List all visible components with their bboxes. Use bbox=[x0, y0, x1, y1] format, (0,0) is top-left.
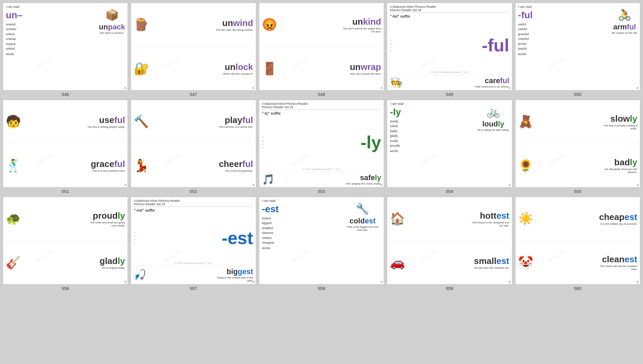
illus-bottom: 🎸 bbox=[6, 256, 21, 270]
caption-top: The boy is proudly holding a tooth. bbox=[597, 124, 637, 130]
word-display-top: proudly bbox=[93, 211, 125, 221]
word-area-bottom: cleanest The clown will ride the smalles… bbox=[597, 254, 637, 271]
illus-bottom: 🚪 bbox=[262, 62, 277, 76]
card-container-547: 🪵 unwind The two men are being unkind. 🔐… bbox=[131, 3, 256, 97]
word-prefix-title: -est bbox=[262, 204, 279, 215]
word-area-bottom: graceful This is a very cheerful man! bbox=[91, 159, 125, 172]
phonic-header: A Balanced Inline Phonics ReaderPhonics … bbox=[134, 199, 253, 207]
card-number-552: 552 bbox=[190, 189, 197, 194]
word-display-top: unwind bbox=[222, 18, 253, 28]
caption-bottom: When will she unwrap it? bbox=[223, 72, 253, 75]
word-item: smallest bbox=[262, 226, 279, 230]
word-item: cheerful bbox=[518, 37, 533, 41]
section-top: ☀️ cheapest It is the hottest day of sum… bbox=[518, 199, 637, 241]
two-section: ☀️ cheapest It is the hottest day of sum… bbox=[518, 199, 637, 282]
card-container-549: A Balanced Inline Phonics ReaderPhonics … bbox=[387, 3, 512, 97]
card-560: ☀️ cheapest It is the hottest day of sum… bbox=[515, 197, 640, 285]
corner-mark: ■ bbox=[637, 183, 639, 187]
big-suffix: -ful bbox=[482, 35, 509, 55]
card-553: A Balanced Inline Phonics ReaderPhonics … bbox=[259, 100, 384, 188]
phonics-body: ———— -ful bbox=[390, 20, 509, 71]
word-display-top: slowly bbox=[611, 114, 637, 124]
section-top: 🧒 useful The boy is feeling playful toda… bbox=[6, 102, 125, 144]
illus-bottom: 🔐 bbox=[134, 62, 149, 76]
word-item: biggest bbox=[262, 221, 279, 225]
word-item: proudly bbox=[390, 143, 403, 148]
word-area-top: cheapest It is the hottest day of summer… bbox=[599, 212, 637, 225]
illustration-top: 🚴 bbox=[618, 8, 631, 21]
word-display-top: useful bbox=[99, 115, 125, 125]
word-item: coldest bbox=[262, 236, 279, 240]
word-display: biggest bbox=[227, 267, 253, 276]
corner-mark: ■ bbox=[125, 280, 126, 284]
word-item: cleanest bbox=[262, 230, 279, 235]
section-bottom: 🚗 smallest He will have the cleanest car… bbox=[390, 243, 509, 283]
phonics-body: ———— -est bbox=[134, 214, 253, 262]
card-container-560: ☀️ cheapest It is the hottest day of sum… bbox=[515, 197, 640, 291]
word-display-bottom: unlock bbox=[225, 62, 253, 72]
card-number-548: 548 bbox=[318, 92, 325, 97]
card-container-557: A Balanced Inline Phonics ReaderPhonics … bbox=[131, 197, 256, 291]
bottom-section: 🎵 safely He's playing the music loudly. bbox=[262, 172, 381, 185]
word-area-bottom: safely He's playing the music loudly. bbox=[346, 173, 381, 185]
caption-bottom: This is a very cheerful man! bbox=[92, 169, 125, 172]
big-suffix: -ly bbox=[361, 132, 381, 152]
card-554: I can read -ly slowlysafelybadlygladlylo… bbox=[387, 100, 512, 188]
card-container-550: I can read -ful usefulcarefulgracefulche… bbox=[515, 3, 640, 97]
illus-bottom: 🎣 bbox=[134, 269, 146, 281]
illus-bottom: 🤡 bbox=[518, 256, 533, 270]
corner-mark: ■ bbox=[637, 86, 639, 90]
card-547: 🪵 unwind The two men are being unkind. 🔐… bbox=[131, 3, 256, 91]
caption-top: This house is the cheapest one for sale. bbox=[469, 221, 509, 227]
section-bottom: 🌻 badly He will gladly show you the flow… bbox=[518, 146, 637, 186]
card-number-549: 549 bbox=[446, 92, 453, 97]
suffix-label: "-ly" suffix bbox=[262, 111, 381, 115]
card-558: I can read -est hottestbiggestsmallestcl… bbox=[259, 197, 384, 285]
word-display-top: playful bbox=[225, 115, 253, 125]
two-section: 🧒 useful The boy is feeling playful toda… bbox=[6, 102, 125, 185]
word-area-bottom: unwrap She can't unlock the door. bbox=[350, 62, 381, 75]
word-area-top: hottest This house is the cheapest one f… bbox=[469, 211, 509, 227]
illus-top: 🐢 bbox=[6, 212, 21, 226]
card-552: 🔨 playful The hammer is a useful tool. 💃… bbox=[131, 100, 256, 188]
card-number-554: 554 bbox=[446, 189, 453, 194]
word-item: playful bbox=[518, 46, 533, 51]
words-label: words. bbox=[518, 52, 533, 56]
corner-mark: ■ bbox=[381, 183, 382, 187]
caption: Today is the coldest day of the year. bbox=[216, 276, 253, 282]
word-area-bottom: biggest Today is the coldest day of the … bbox=[216, 267, 253, 282]
word-item: cheapest bbox=[262, 240, 279, 245]
footer-credit: © 2014 The Balanced Inline ™, LLC bbox=[262, 168, 381, 170]
word-item: badly bbox=[390, 129, 403, 134]
suffix-label: "-est" suffix bbox=[134, 208, 253, 212]
phonics-ref: A Balanced Inline Phonics ReaderPhonics … bbox=[262, 102, 381, 185]
corner-mark: ■ bbox=[381, 280, 382, 284]
word-display-bottom: cheerful bbox=[219, 159, 253, 169]
card-number-547: 547 bbox=[190, 92, 197, 97]
card-container-558: I can read -est hottestbiggestsmallestcl… bbox=[259, 197, 384, 291]
card-number-550: 550 bbox=[574, 92, 581, 97]
card-number-557: 557 bbox=[190, 286, 197, 291]
caption-bottom: She can't unlock the door. bbox=[350, 72, 381, 75]
caption-bottom: He will gladly show you the flowers. bbox=[597, 168, 637, 174]
can-read-label: I can read bbox=[262, 199, 279, 202]
section-bottom: 🔐 unlock When will she unwrap it? bbox=[134, 49, 253, 89]
phonics-table: ———— bbox=[262, 135, 264, 149]
word-item: safely bbox=[390, 124, 403, 128]
word-area-bottom: gladly He is singing badly. bbox=[99, 256, 125, 269]
word-display-top: hottest bbox=[480, 211, 509, 221]
word-display-bottom: unwrap bbox=[350, 62, 381, 72]
word-display: careful bbox=[485, 76, 509, 85]
word-item: unkind bbox=[6, 46, 23, 51]
word-item: unlock bbox=[6, 32, 23, 37]
phonics-table: ———— bbox=[390, 38, 392, 52]
two-section: 🔨 playful The hammer is a useful tool. 💃… bbox=[134, 102, 253, 185]
word-list: usefulcarefulgracefulcheerfularmfulplayf… bbox=[518, 22, 533, 51]
section-top: 🏠 hottest This house is the cheapest one… bbox=[390, 199, 509, 241]
card-557: A Balanced Inline Phonics ReaderPhonics … bbox=[131, 197, 256, 285]
word-item: gladly bbox=[390, 134, 403, 138]
card-number-553: 553 bbox=[318, 189, 325, 194]
caption-bottom: The clown will ride the smallest trike. bbox=[597, 265, 637, 271]
word-display-bottom: badly bbox=[614, 157, 637, 168]
card-555: 🧸 slowly The boy is proudly holding a to… bbox=[515, 100, 640, 188]
